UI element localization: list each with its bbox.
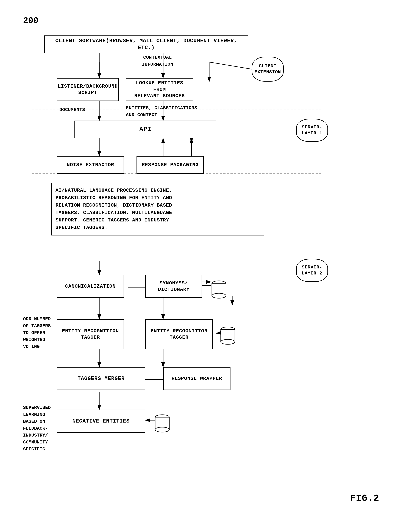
listener-script-box: LISTENER/BACKGROUND SCRIPT (57, 78, 119, 101)
svg-point-43 (155, 427, 169, 432)
odd-number-label: ODD NUMBER OF TAGGERS TO OFFER WEIGHTED … (23, 316, 51, 350)
synonyms-dictionary-box: SYNONYMS/ DICTIONARY (145, 275, 202, 298)
supervised-learning-label: SUPERVISED LEARNING BASED ON FEEDBACK- I… (23, 404, 51, 453)
svg-point-37 (212, 293, 226, 298)
server-layer-1-bubble: SERVER- LAYER 1 (296, 119, 328, 142)
contextual-info-label: CONTEXTUAL INFORMATION (142, 54, 173, 68)
figure-number: 200 (23, 16, 38, 25)
svg-line-22 (209, 62, 252, 69)
response-wrapper-box: RESPONSE WRAPPER (163, 367, 230, 390)
entity-tagger-2-box: ENTITY RECOGNITION TAGGER (145, 319, 213, 349)
lookup-entities-box: LOOKUP ENTITIES FROM RELEVANT SOURCES (126, 78, 193, 101)
entity-tagger-1-box: ENTITY RECOGNITION TAGGER (57, 319, 124, 349)
svg-point-40 (221, 339, 235, 344)
entities-label: ENTITIES, CLASSIFICATIONS AND CONTEXT (126, 105, 197, 118)
database-cylinder-2 (220, 326, 236, 346)
client-extension-bubble: CLIENT EXTENSION (252, 57, 284, 82)
noise-extractor-box: NOISE EXTRACTOR (57, 156, 124, 174)
figure-label: FIG.2 (350, 493, 379, 504)
database-cylinder-1 (211, 280, 227, 300)
canonicalization-box: CANONICALIZATION (57, 275, 124, 298)
client-software-box: CLIENT SORTWARE(BROWSER, MAIL CLIENT, DO… (44, 35, 248, 53)
response-packaging-box: RESPONSE PACKAGING (137, 156, 204, 174)
documents-label: DOCUMENTS (59, 106, 85, 113)
api-box: API (75, 121, 216, 138)
taggers-merger-box: TAGGERS MERGER (57, 367, 145, 390)
database-cylinder-3 (154, 414, 170, 434)
negative-entities-box: NEGATIVE ENTITIES (57, 410, 145, 433)
server-layer-2-bubble: SERVER- LAYER 2 (296, 259, 328, 282)
ai-nlp-block: AI/NATURAL LANGUAGE PROCESSING ENGINE. P… (51, 183, 264, 236)
